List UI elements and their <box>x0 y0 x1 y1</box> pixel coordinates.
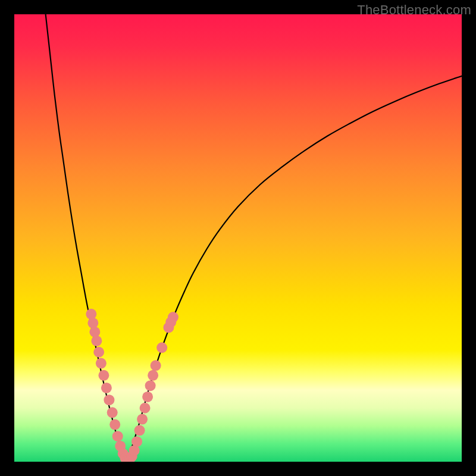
scatter-point <box>142 392 153 402</box>
gradient-background <box>14 14 462 462</box>
scatter-point <box>87 318 98 328</box>
chart-svg <box>14 14 462 462</box>
scatter-point <box>131 436 142 447</box>
watermark-text: TheBottleneck.com <box>357 2 471 18</box>
scatter-point <box>156 342 167 353</box>
scatter-point <box>96 358 107 369</box>
scatter-point <box>109 419 120 430</box>
scatter-point <box>104 394 114 405</box>
scatter-point <box>140 403 151 414</box>
scatter-point <box>134 425 145 436</box>
scatter-point <box>89 327 100 337</box>
scatter-point <box>168 312 178 322</box>
scatter-point <box>98 370 109 381</box>
scatter-point <box>107 407 118 418</box>
scatter-point <box>137 414 148 425</box>
scatter-point <box>151 360 161 371</box>
scatter-point <box>91 336 102 346</box>
scatter-point <box>148 370 158 381</box>
scatter-point <box>86 309 96 320</box>
scatter-point <box>93 347 104 358</box>
scatter-point <box>145 380 156 391</box>
scatter-point <box>101 383 112 393</box>
scatter-point <box>112 431 123 441</box>
chart-frame <box>14 14 462 462</box>
